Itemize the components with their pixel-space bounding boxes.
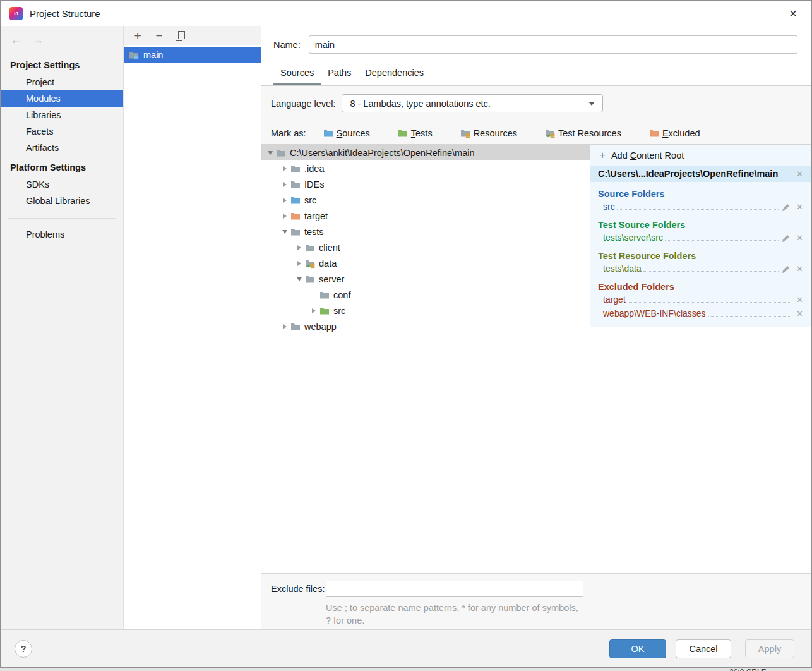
sidebar-entry[interactable]: Artifacts bbox=[1, 140, 123, 156]
apply-button[interactable]: Apply bbox=[745, 639, 794, 658]
sidebar-entry[interactable]: Problems bbox=[1, 226, 123, 243]
tab[interactable]: Sources bbox=[273, 65, 321, 85]
back-arrow-icon[interactable]: ← bbox=[10, 33, 21, 47]
sidebar-entry[interactable] bbox=[8, 218, 116, 219]
tree-row[interactable]: .idea bbox=[261, 160, 590, 176]
tree-toggle-icon[interactable] bbox=[294, 255, 304, 271]
tree-toggle-icon[interactable] bbox=[294, 271, 304, 287]
tree-toggle-icon[interactable] bbox=[309, 287, 318, 303]
help-button[interactable]: ? bbox=[15, 640, 32, 658]
folder-path[interactable]: target bbox=[603, 294, 626, 305]
sidebar-entry[interactable]: Facets bbox=[1, 123, 123, 140]
forward-arrow-icon[interactable]: → bbox=[32, 33, 44, 47]
ok-button[interactable]: OK bbox=[609, 639, 666, 658]
tab[interactable]: Paths bbox=[321, 65, 358, 85]
tree-row[interactable]: conf bbox=[261, 287, 590, 303]
sidebar-entry[interactable]: Project Settings bbox=[1, 56, 123, 74]
language-level-select[interactable]: 8 - Lambdas, type annotations etc. bbox=[342, 94, 603, 112]
folder-path[interactable]: tests\data bbox=[603, 263, 642, 274]
tree-row[interactable]: src bbox=[261, 303, 590, 318]
folder-icon bbox=[305, 258, 315, 269]
tree-row-label: client bbox=[319, 243, 340, 253]
tree-toggle-icon[interactable] bbox=[280, 224, 289, 239]
tree-toggle-icon[interactable] bbox=[280, 160, 289, 176]
folder-category-section: Source Folders src ✕ bbox=[590, 189, 811, 213]
folder-path[interactable]: webapp\WEB-INF\classes bbox=[603, 308, 706, 318]
mark-as-label: Test Resources bbox=[558, 128, 621, 138]
module-name-input[interactable] bbox=[309, 35, 797, 54]
tree-toggle-icon[interactable] bbox=[280, 192, 289, 208]
sidebar-entry[interactable]: SDKs bbox=[1, 176, 123, 193]
tree-row[interactable]: client bbox=[261, 239, 590, 255]
tree-toggle-icon[interactable] bbox=[280, 176, 289, 192]
mark-as-option[interactable]: Test Resources bbox=[545, 128, 638, 138]
tree-row[interactable]: C:\Users\ankit\IdeaProjects\OpenRefine\m… bbox=[261, 145, 590, 160]
tree-row[interactable]: webapp bbox=[261, 318, 590, 334]
mark-as-option[interactable]: Tests bbox=[398, 128, 450, 138]
remove-folder-icon[interactable]: ✕ bbox=[796, 233, 804, 243]
module-list-item[interactable]: main bbox=[124, 47, 261, 63]
folder-entry: webapp\WEB-INF\classes ✕ bbox=[590, 306, 811, 320]
edit-folder-icon[interactable] bbox=[782, 234, 790, 243]
content-root-tree: C:\Users\ankit\IdeaProjects\OpenRefine\m… bbox=[261, 145, 590, 573]
tab-label: Paths bbox=[328, 68, 351, 78]
tree-row[interactable]: tests bbox=[261, 224, 590, 239]
sidebar-entry-label: Artifacts bbox=[26, 143, 59, 153]
settings-sidebar: ← → Project Settings Project Modules Lib… bbox=[1, 26, 124, 629]
sidebar-entry[interactable]: Libraries bbox=[1, 107, 123, 123]
folder-category-section: Test Source Folders tests\server\src ✕ bbox=[590, 220, 811, 244]
remove-folder-icon[interactable]: ✕ bbox=[796, 264, 804, 274]
sidebar-entry-label: Project Settings bbox=[10, 60, 80, 70]
title-bar: IJ Project Structure ✕ bbox=[1, 1, 811, 26]
folder-path[interactable]: src bbox=[603, 202, 615, 212]
tab[interactable]: Dependencies bbox=[358, 65, 431, 85]
tree-row[interactable]: server bbox=[261, 271, 590, 287]
copy-module-icon[interactable] bbox=[176, 31, 184, 40]
add-module-button[interactable]: + bbox=[131, 30, 144, 42]
add-content-root-button[interactable]: + Add Content Root bbox=[590, 145, 811, 166]
tree-row[interactable]: data bbox=[261, 255, 590, 271]
module-icon bbox=[129, 50, 139, 60]
background-app-strip: 26:8 CRLF bbox=[0, 668, 812, 671]
content-root-panel: + Add Content Root C:\Users\...IdeaProje… bbox=[590, 145, 811, 573]
module-editor: Name: Sources Paths Dependencies Languag… bbox=[261, 26, 811, 629]
mark-as-label: Sources bbox=[337, 128, 370, 138]
folder-icon bbox=[305, 243, 315, 253]
sidebar-entry[interactable]: Global Libraries bbox=[1, 193, 123, 209]
cancel-button[interactable]: Cancel bbox=[676, 639, 731, 658]
sidebar-entry[interactable]: Platform Settings bbox=[1, 159, 123, 176]
mark-as-option[interactable]: Sources bbox=[323, 128, 387, 138]
exclude-files-input[interactable] bbox=[326, 581, 583, 597]
tree-toggle-icon[interactable] bbox=[280, 318, 289, 334]
sidebar-entry[interactable]: Project bbox=[1, 74, 123, 90]
mark-as-folder-icon bbox=[649, 128, 659, 138]
folder-entry: src ✕ bbox=[590, 199, 811, 213]
tree-row[interactable]: target bbox=[261, 208, 590, 224]
tree-toggle-icon[interactable] bbox=[265, 145, 275, 160]
tree-toggle-icon[interactable] bbox=[294, 239, 304, 255]
remove-folder-icon[interactable]: ✕ bbox=[796, 202, 804, 212]
folder-path[interactable]: tests\server\src bbox=[603, 233, 663, 243]
tree-row[interactable]: IDEs bbox=[261, 176, 590, 192]
remove-module-button[interactable]: − bbox=[153, 30, 165, 42]
mark-as-option[interactable]: Excluded bbox=[649, 128, 717, 138]
intellij-idea-logo-icon: IJ bbox=[9, 7, 23, 20]
folder-icon bbox=[276, 148, 286, 158]
dialog-window: IJ Project Structure ✕ ← → Project Setti… bbox=[0, 0, 812, 668]
tree-toggle-icon[interactable] bbox=[280, 208, 289, 224]
edit-folder-icon[interactable] bbox=[782, 203, 790, 212]
folder-list: tests\data ✕ bbox=[590, 261, 811, 275]
close-icon[interactable]: ✕ bbox=[787, 6, 800, 21]
mark-as-option[interactable]: Resources bbox=[460, 128, 534, 138]
folder-category-title: Excluded Folders bbox=[590, 282, 811, 292]
hint-line-1: Use ; to separate name patterns, * for a… bbox=[326, 601, 811, 614]
tree-toggle-icon[interactable] bbox=[309, 303, 318, 318]
exclude-files-hint: Use ; to separate name patterns, * for a… bbox=[326, 601, 811, 627]
edit-folder-icon[interactable] bbox=[782, 265, 790, 274]
folder-list: tests\server\src ✕ bbox=[590, 230, 811, 244]
sidebar-entry[interactable]: Modules bbox=[1, 90, 123, 107]
remove-content-root-icon[interactable]: ✕ bbox=[796, 169, 804, 179]
remove-folder-icon[interactable]: ✕ bbox=[796, 309, 804, 318]
tree-row[interactable]: src bbox=[261, 192, 590, 208]
remove-folder-icon[interactable]: ✕ bbox=[796, 295, 804, 305]
